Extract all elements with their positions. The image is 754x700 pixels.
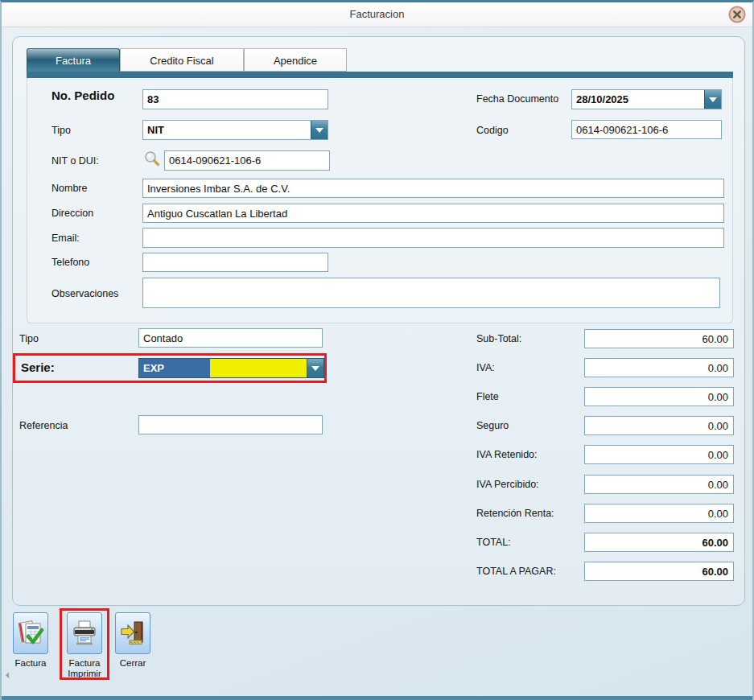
factura-imprimir-button-label: Factura Imprimir	[58, 658, 111, 679]
tab-content-factura: No. Pedido Fecha Documento 28/10/2025 Ti…	[27, 78, 733, 323]
close-icon	[728, 6, 746, 23]
serie-label: Serie:	[21, 360, 55, 374]
iva-retenido-input[interactable]	[584, 445, 734, 464]
close-button[interactable]	[728, 6, 746, 23]
tipo-dropdown-button[interactable]	[311, 121, 328, 139]
serie-dropdown-button[interactable]	[307, 359, 323, 377]
codigo-input[interactable]	[571, 120, 722, 139]
cerrar-button-label: Cerrar	[107, 658, 159, 669]
observaciones-label: Observaciones	[52, 288, 118, 299]
facturacion-dialog: Facturacion Factura Credito Fiscal Apend…	[0, 0, 754, 700]
chevron-down-icon	[315, 128, 323, 133]
telefono-input[interactable]	[142, 253, 328, 272]
iva-retenido-label: IVA Retenido:	[476, 449, 538, 460]
tab-accent-bar	[27, 72, 733, 78]
fecha-documento-label: Fecha Documento	[476, 93, 558, 105]
referencia-label: Referencia	[19, 420, 68, 431]
referencia-input[interactable]	[138, 415, 323, 434]
email-input[interactable]	[142, 228, 724, 248]
subtotal-input[interactable]	[584, 329, 734, 348]
seguro-input[interactable]	[584, 416, 734, 435]
tipo-documento-combo[interactable]: NIT	[142, 120, 328, 140]
direccion-input[interactable]	[142, 204, 724, 223]
total-label: TOTAL:	[476, 537, 511, 548]
title-bar: Facturacion	[2, 2, 752, 27]
window-title: Facturacion	[2, 8, 752, 20]
factura-button[interactable]	[13, 612, 48, 654]
fecha-documento-picker[interactable]: 28/10/2025	[571, 89, 722, 109]
bottom-accent-bar	[2, 696, 752, 700]
factura-button-label: Factura	[5, 658, 56, 669]
total-a-pagar-input[interactable]	[584, 562, 734, 581]
iva-label: IVA:	[476, 362, 495, 373]
no-pedido-input[interactable]	[142, 89, 328, 109]
tab-apendice[interactable]: Apendice	[244, 48, 347, 72]
flete-input[interactable]	[584, 387, 734, 406]
retencion-renta-label: Retención Renta:	[476, 508, 554, 519]
tipo-pago-label: Tipo	[19, 333, 39, 344]
retencion-renta-input[interactable]	[584, 504, 734, 523]
telefono-label: Telefono	[52, 257, 89, 268]
dialog-body: Factura Credito Fiscal Apendice No. Pedi…	[2, 27, 752, 700]
nit-dui-input[interactable]	[164, 150, 330, 171]
tab-credito-fiscal[interactable]: Credito Fiscal	[120, 48, 244, 72]
direccion-label: Direccion	[52, 208, 93, 219]
nit-dui-label: NIT o DUI:	[52, 155, 99, 167]
chevron-down-icon	[709, 97, 717, 102]
iva-percibido-input[interactable]	[584, 475, 734, 494]
invoice-check-icon	[17, 619, 44, 648]
tab-factura[interactable]: Factura	[27, 48, 120, 72]
chevron-down-icon	[311, 366, 319, 371]
codigo-label: Codigo	[476, 125, 509, 136]
cerrar-button[interactable]	[115, 612, 150, 654]
observaciones-input[interactable]	[142, 278, 720, 308]
factura-imprimir-button[interactable]	[67, 612, 102, 654]
tipo-documento-label: Tipo	[52, 125, 71, 136]
fecha-documento-value: 28/10/2025	[576, 93, 628, 105]
subtotal-label: Sub-Total:	[476, 333, 521, 344]
nombre-input[interactable]	[142, 179, 724, 198]
no-pedido-label: No. Pedido	[52, 89, 114, 102]
total-input[interactable]	[584, 533, 734, 552]
printer-icon	[71, 619, 98, 648]
resize-grip[interactable]	[6, 673, 12, 679]
serie-value: EXP	[139, 359, 210, 374]
flete-label: Flete	[476, 391, 499, 402]
email-label: Email:	[52, 233, 80, 244]
serie-combo[interactable]: EXP	[138, 358, 324, 378]
tipo-pago-input[interactable]	[138, 328, 323, 348]
exit-door-icon	[119, 619, 146, 648]
total-a-pagar-label: TOTAL A PAGAR:	[476, 566, 556, 577]
serie-selected-highlight: EXP	[139, 359, 210, 377]
iva-input[interactable]	[584, 358, 734, 377]
search-icon[interactable]	[143, 150, 161, 167]
seguro-label: Seguro	[476, 420, 509, 431]
nombre-label: Nombre	[52, 183, 87, 194]
fecha-dropdown-button[interactable]	[704, 90, 721, 109]
iva-percibido-label: IVA Percibido:	[476, 479, 539, 490]
tipo-documento-value: NIT	[147, 124, 164, 136]
